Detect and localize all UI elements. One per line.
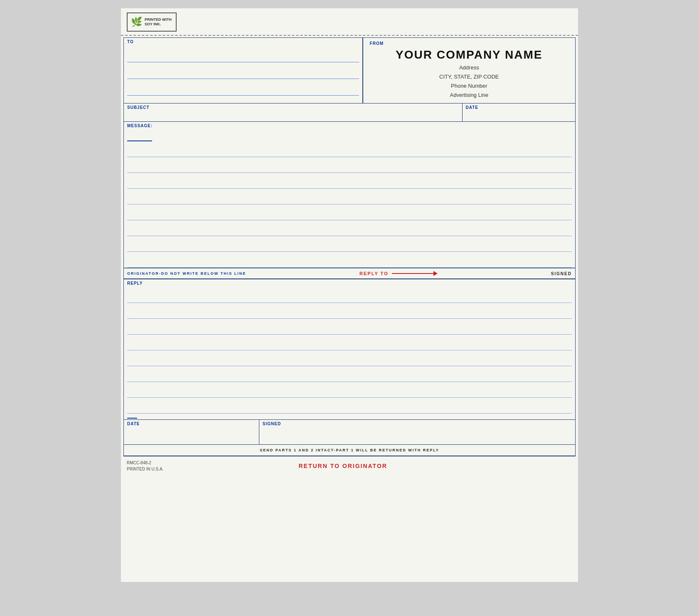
reply-label: REPLY <box>127 281 572 286</box>
arrow-head <box>433 271 438 276</box>
subject-section: SUBJECT <box>124 103 463 121</box>
reply-line-2[interactable] <box>127 303 572 319</box>
msg-line-5[interactable] <box>127 205 572 220</box>
from-section: FROM YOUR COMPANY NAME Address CITY, STA… <box>363 38 575 103</box>
footer-left: RMCC-848-2 PRINTED IN U.S.A. <box>127 460 163 472</box>
logo-box: 🌿 PRINTED WITH SOY INK. <box>127 12 177 32</box>
company-name: YOUR COMPANY NAME <box>370 48 569 62</box>
reply-line-7[interactable] <box>127 382 572 398</box>
reply-small-line <box>127 416 137 419</box>
company-details: Address CITY, STATE, ZIP CODE Phone Numb… <box>439 63 499 100</box>
form-body: TO FROM YOUR COMPANY NAME Address CITY, … <box>123 37 576 456</box>
reply-section: REPLY <box>124 279 575 420</box>
reply-line-3[interactable] <box>127 319 572 335</box>
bottom-date-section: DATE <box>124 420 259 444</box>
to-section: TO <box>124 38 363 103</box>
msg-line-3[interactable] <box>127 173 572 189</box>
date-label: DATE <box>466 105 572 110</box>
bottom-date-label: DATE <box>127 421 256 426</box>
form-wrapper: 🌿 PRINTED WITH SOY INK. TO FROM YOUR COM <box>121 8 578 582</box>
logo-area: 🌿 PRINTED WITH SOY INK. <box>121 8 578 33</box>
footer-code: RMCC-848-2 <box>127 460 163 466</box>
reply-to-text: REPLY TO <box>359 271 389 276</box>
signed-label-top: SIGNED <box>551 271 572 276</box>
msg-line-6[interactable] <box>127 220 572 236</box>
send-parts-text: SEND PARTS 1 AND 2 INTACT-PART 1 WILL BE… <box>260 448 439 452</box>
to-lines <box>127 46 359 100</box>
to-line-3[interactable] <box>127 86 359 96</box>
msg-line-2[interactable] <box>127 157 572 173</box>
logo-text: PRINTED WITH SOY INK. <box>145 17 172 27</box>
message-section: MESSAGE: <box>124 122 575 268</box>
company-ad-line: Advertising Line <box>439 91 499 100</box>
to-line-2[interactable] <box>127 70 359 79</box>
msg-line-1[interactable] <box>127 141 572 157</box>
soy-ink-icon: 🌿 <box>131 17 142 27</box>
from-label: FROM <box>370 41 569 46</box>
msg-line-8[interactable] <box>127 252 572 268</box>
company-address: Address <box>439 63 499 72</box>
send-parts-bar: SEND PARTS 1 AND 2 INTACT-PART 1 WILL BE… <box>124 445 575 456</box>
reply-line-8[interactable] <box>127 398 572 414</box>
footer-printed: PRINTED IN U.S.A. <box>127 466 163 472</box>
reply-area-lines <box>127 287 572 414</box>
subject-date-row: SUBJECT DATE <box>124 103 575 122</box>
cut-line <box>121 35 578 36</box>
msg-line-7[interactable] <box>127 236 572 252</box>
bottom-signed-section: SIGNED <box>259 420 575 444</box>
to-from-row: TO FROM YOUR COMPANY NAME Address CITY, … <box>124 38 575 103</box>
reply-line-4[interactable] <box>127 335 572 350</box>
company-phone: Phone Number <box>439 81 499 91</box>
arrow-shaft <box>392 273 433 274</box>
arrow-line <box>392 271 438 276</box>
date-section: DATE <box>463 103 576 121</box>
form-footer: RMCC-848-2 PRINTED IN U.S.A. RETURN TO O… <box>121 456 578 476</box>
reply-line-5[interactable] <box>127 350 572 366</box>
reply-line-6[interactable] <box>127 366 572 382</box>
bottom-date-signed-row: DATE SIGNED <box>124 420 575 445</box>
to-line-1[interactable] <box>127 53 359 62</box>
message-first-line <box>127 130 152 141</box>
msg-line-4[interactable] <box>127 189 572 205</box>
bottom-signed-label: SIGNED <box>263 421 572 426</box>
subject-label: SUBJECT <box>127 105 459 110</box>
return-to-originator: RETURN TO ORIGINATOR <box>298 463 387 469</box>
message-lines <box>127 130 572 268</box>
reply-line-1[interactable] <box>127 287 572 303</box>
company-city-state-zip: CITY, STATE, ZIP CODE <box>439 72 499 81</box>
originator-bar: ORIGINATOR-DO NOT WRITE BELOW THIS LINE … <box>124 268 575 279</box>
to-label: TO <box>127 39 359 44</box>
message-area-lines <box>127 141 572 268</box>
reply-to-arrow: REPLY TO <box>359 271 438 276</box>
message-label: MESSAGE: <box>127 123 572 128</box>
originator-warning-text: ORIGINATOR-DO NOT WRITE BELOW THIS LINE <box>127 271 246 276</box>
